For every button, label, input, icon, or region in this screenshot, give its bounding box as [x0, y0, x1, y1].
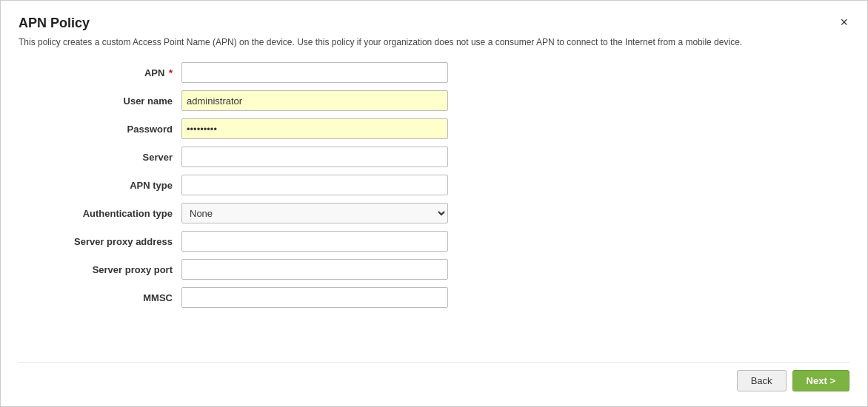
close-button[interactable]: × — [838, 16, 849, 29]
back-button[interactable]: Back — [737, 370, 787, 391]
input-username[interactable] — [181, 90, 448, 111]
form-body: APN * User name Password Server APN type… — [19, 62, 849, 350]
apn-policy-dialog: APN Policy × This policy creates a custo… — [0, 0, 868, 407]
input-password[interactable] — [181, 118, 448, 139]
form-row-server: Server — [19, 147, 849, 167]
form-row-server-proxy-address: Server proxy address — [19, 231, 849, 252]
dialog-title: APN Policy — [19, 16, 90, 31]
input-apn-type[interactable] — [181, 175, 448, 195]
label-apn: APN * — [19, 67, 181, 78]
form-row-apn-type: APN type — [19, 175, 849, 195]
label-server-proxy-address: Server proxy address — [19, 236, 181, 247]
label-username: User name — [19, 95, 181, 107]
input-server[interactable] — [181, 147, 448, 167]
label-apn-type: APN type — [19, 180, 181, 191]
dialog-header: APN Policy × — [19, 16, 849, 31]
label-password: Password — [19, 124, 181, 135]
select-auth-type[interactable]: None PAP CHAP PAP or CHAP — [181, 203, 448, 223]
form-row-mmsc: MMSC — [19, 287, 849, 308]
label-auth-type: Authentication type — [19, 208, 181, 219]
form-row-apn: APN * — [19, 62, 849, 83]
dialog-description: This policy creates a custom Access Poin… — [19, 36, 849, 49]
next-button[interactable]: Next > — [792, 370, 849, 391]
required-star-apn: * — [169, 67, 173, 78]
form-row-server-proxy-port: Server proxy port — [19, 259, 849, 280]
input-server-proxy-port[interactable] — [181, 259, 448, 280]
input-apn[interactable] — [181, 62, 448, 83]
input-mmsc[interactable] — [181, 287, 448, 308]
label-mmsc: MMSC — [19, 292, 181, 303]
form-row-password: Password — [19, 118, 849, 139]
input-server-proxy-address[interactable] — [181, 231, 448, 252]
form-row-username: User name — [19, 90, 849, 111]
dialog-footer: Back Next > — [19, 362, 849, 391]
label-server: Server — [19, 152, 181, 163]
label-server-proxy-port: Server proxy port — [19, 264, 181, 275]
form-row-auth-type: Authentication type None PAP CHAP PAP or… — [19, 203, 849, 223]
